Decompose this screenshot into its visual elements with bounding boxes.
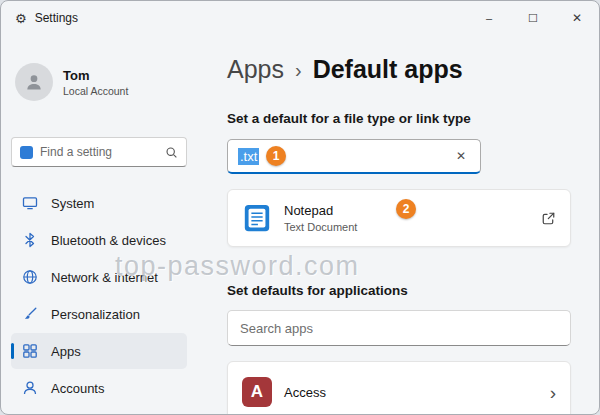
access-app-icon: A [242,377,272,407]
sidebar-item-label: Accounts [51,381,104,396]
sidebar-item-accounts[interactable]: Accounts [11,370,187,406]
blue-accent-icon [20,146,33,159]
sidebar-item-label: Bluetooth & devices [51,233,166,248]
filetype-value: .txt [238,148,259,165]
annotation-badge-2: 2 [396,199,416,219]
notepad-result-card[interactable]: Notepad Text Document 2 [227,189,571,247]
maximize-icon[interactable]: ☐ [511,1,555,35]
result-file-type: Text Document [284,221,357,233]
title-bar: ⚙ Settings – ☐ ✕ [1,1,599,35]
avatar [15,63,53,101]
settings-gear-icon: ⚙ [15,11,27,26]
sidebar-item-label: Personalization [51,307,140,322]
settings-window: top-password.com ⚙ Settings – ☐ ✕ Tom [0,0,600,415]
search-apps-input[interactable] [227,310,571,346]
sidebar-item-system[interactable]: System [11,185,187,221]
sidebar-item-label: Network & internet [51,270,158,285]
close-icon[interactable]: ✕ [555,1,599,35]
filetype-section-heading: Set a default for a file type or link ty… [227,111,569,126]
find-a-setting-box[interactable] [11,137,187,167]
breadcrumb-apps[interactable]: Apps [227,52,284,86]
apps-grid-icon [22,343,38,359]
window-title: Settings [35,11,78,25]
bluetooth-icon [22,232,38,248]
sidebar-item-apps[interactable]: Apps [11,333,187,369]
annotation-badge-1: 1 [266,146,286,166]
chevron-right-icon: › [295,51,302,87]
user-name: Tom [63,68,128,83]
user-account[interactable]: Tom Local Account [11,63,187,101]
account-person-icon [22,380,38,396]
filetype-search-input[interactable]: .txt 1 ✕ [227,139,481,174]
user-subtitle: Local Account [63,85,128,97]
sidebar-item-network[interactable]: Network & internet [11,259,187,295]
sidebar: Tom Local Account [1,35,197,414]
sidebar-nav: System Bluetooth & devices [11,185,187,406]
apps-section-heading: Set defaults for applications [227,283,569,298]
app-row-access[interactable]: A Access › [227,361,571,414]
sidebar-item-personalization[interactable]: Personalization [11,296,187,332]
globe-icon [22,269,38,285]
main-content: Apps › Default apps Set a default for a … [197,35,599,414]
sidebar-item-label: System [51,196,94,211]
search-icon [165,146,178,159]
sidebar-item-bluetooth[interactable]: Bluetooth & devices [11,222,187,258]
app-row-name: Access [284,385,326,400]
page-title: Default apps [313,52,463,86]
person-icon [24,72,44,92]
clear-icon[interactable]: ✕ [452,147,470,165]
result-app-name: Notepad [284,203,357,218]
system-icon [22,195,38,211]
minimize-icon[interactable]: – [467,1,511,35]
window-controls: – ☐ ✕ [467,1,599,35]
notepad-icon [242,203,272,233]
breadcrumb: Apps › Default apps [227,51,569,87]
chevron-right-icon: › [550,383,556,402]
sidebar-item-label: Apps [51,344,81,359]
paintbrush-icon [22,306,38,322]
open-external-icon[interactable] [541,211,556,226]
find-a-setting-input[interactable] [40,145,158,159]
